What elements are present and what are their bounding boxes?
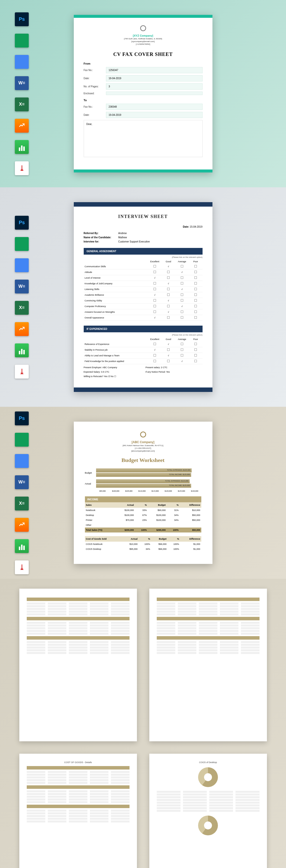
checkbox[interactable] <box>189 264 203 270</box>
checkbox[interactable] <box>162 270 175 275</box>
field-input[interactable]: 3 <box>106 83 203 90</box>
checkbox[interactable] <box>175 264 189 270</box>
checkbox[interactable]: √ <box>148 275 162 281</box>
checkbox[interactable] <box>148 341 162 347</box>
checkbox[interactable] <box>189 341 203 347</box>
pages-icon[interactable] <box>15 322 29 336</box>
photoshop-icon[interactable]: Ps <box>15 216 29 229</box>
word-icon[interactable]: W≡ <box>15 280 29 293</box>
checkbox[interactable] <box>189 292 203 298</box>
field-input[interactable]: 18-04-2019 <box>106 75 203 82</box>
table-section-header: Cost of Goods SoldActual%Budget%Differen… <box>85 536 201 541</box>
checkbox[interactable]: √ <box>148 315 162 321</box>
pages-icon[interactable] <box>15 518 29 532</box>
photoshop-icon[interactable]: Ps <box>15 411 29 425</box>
message-box[interactable]: Dear, <box>84 120 203 157</box>
checkbox[interactable]: √ <box>162 298 175 304</box>
checkbox[interactable] <box>148 264 162 270</box>
format-icons: Ps W≡ X≡ ⤓ <box>15 216 29 379</box>
checkbox[interactable]: √ <box>162 341 175 347</box>
checkbox[interactable] <box>175 292 189 298</box>
word-icon[interactable]: W≡ <box>15 475 29 489</box>
photoshop-icon[interactable]: Ps <box>15 12 29 26</box>
checkbox[interactable]: √ <box>162 353 175 359</box>
checkbox[interactable] <box>148 286 162 292</box>
checkbox[interactable] <box>162 292 175 298</box>
checkbox[interactable] <box>148 353 162 359</box>
pdf-icon[interactable]: ⤓ <box>15 365 29 379</box>
checkbox[interactable]: √ <box>148 292 162 298</box>
excel-icon[interactable]: X≡ <box>15 301 29 315</box>
checkbox[interactable] <box>175 281 189 286</box>
checkbox[interactable] <box>162 286 175 292</box>
checkbox[interactable] <box>162 315 175 321</box>
section-header: GENERAL ASSESSMENT <box>84 248 203 255</box>
pdf-icon[interactable]: ⤓ <box>15 161 29 175</box>
checkbox[interactable]: √ <box>175 304 189 309</box>
checkbox[interactable] <box>162 304 175 309</box>
checkbox[interactable] <box>189 309 203 315</box>
checkbox[interactable] <box>189 353 203 359</box>
pdf-icon[interactable]: ⤓ <box>15 560 29 574</box>
thumbnail-page[interactable] <box>19 589 137 741</box>
checkbox[interactable] <box>175 309 189 315</box>
checkbox[interactable] <box>175 315 189 321</box>
thumbnail-page[interactable] <box>149 589 267 741</box>
thumbnail-page[interactable]: COGS of Desktop <box>149 754 267 868</box>
pages-icon[interactable] <box>15 119 29 133</box>
checkbox[interactable] <box>189 286 203 292</box>
checkbox[interactable] <box>189 275 203 281</box>
field-input[interactable]: 19-04-2019 <box>106 112 203 118</box>
thumbnail-page[interactable]: COST OF GOODS - Details <box>19 754 137 868</box>
checkbox[interactable]: √ <box>162 264 175 270</box>
table-row: Overall Appearance√ <box>84 315 203 321</box>
checkbox[interactable] <box>162 359 175 364</box>
detail-row: Expected Salary: 3.5 CTCIf any Notice Pe… <box>84 371 203 373</box>
checkbox[interactable] <box>148 359 162 364</box>
checkbox[interactable]: √ <box>175 270 189 275</box>
field-input[interactable] <box>106 92 203 95</box>
checkbox[interactable] <box>189 359 203 364</box>
checkbox[interactable] <box>175 275 189 281</box>
checkbox[interactable] <box>175 298 189 304</box>
checkbox[interactable]: √ <box>148 347 162 353</box>
table-row: COGS Notebook$10,000100%$96,000100%$1,00… <box>85 541 201 547</box>
sheets-icon[interactable] <box>15 237 29 251</box>
field-input[interactable]: 1256347 <box>106 67 203 73</box>
checkbox[interactable]: √ <box>162 281 175 286</box>
docs-icon[interactable] <box>15 55 29 69</box>
checkbox[interactable] <box>148 281 162 286</box>
checkbox[interactable]: √ <box>175 286 189 292</box>
checkbox[interactable] <box>148 270 162 275</box>
fax-cover-document: [XYZ Company] [795 Gulf Lane, Hoffman Es… <box>74 15 212 173</box>
table-row: Stability in Previous job√ <box>84 347 203 353</box>
checkbox[interactable] <box>189 347 203 353</box>
field-input[interactable]: 236548 <box>106 104 203 110</box>
excel-icon[interactable]: X≡ <box>15 497 29 510</box>
checkbox[interactable]: √ <box>162 309 175 315</box>
checkbox[interactable] <box>189 315 203 321</box>
checkbox[interactable] <box>175 353 189 359</box>
checkbox[interactable]: √ <box>175 359 189 364</box>
checkbox[interactable] <box>189 304 203 309</box>
checkbox[interactable] <box>148 309 162 315</box>
sheets-icon[interactable] <box>15 34 29 48</box>
numbers-icon[interactable] <box>15 539 29 553</box>
date-row: Date: 15-04-2019 <box>84 225 203 228</box>
word-icon[interactable]: W≡ <box>15 76 29 90</box>
checkbox[interactable] <box>175 341 189 347</box>
checkbox[interactable] <box>148 304 162 309</box>
sheets-icon[interactable] <box>15 433 29 446</box>
numbers-icon[interactable] <box>15 343 29 357</box>
checkbox[interactable] <box>189 270 203 275</box>
docs-icon[interactable] <box>15 454 29 468</box>
checkbox[interactable] <box>162 347 175 353</box>
checkbox[interactable] <box>175 347 189 353</box>
docs-icon[interactable] <box>15 258 29 272</box>
checkbox[interactable] <box>148 298 162 304</box>
checkbox[interactable] <box>189 281 203 286</box>
checkbox[interactable] <box>162 275 175 281</box>
excel-icon[interactable]: X≡ <box>15 97 29 111</box>
checkbox[interactable] <box>189 298 203 304</box>
numbers-icon[interactable] <box>15 140 29 154</box>
